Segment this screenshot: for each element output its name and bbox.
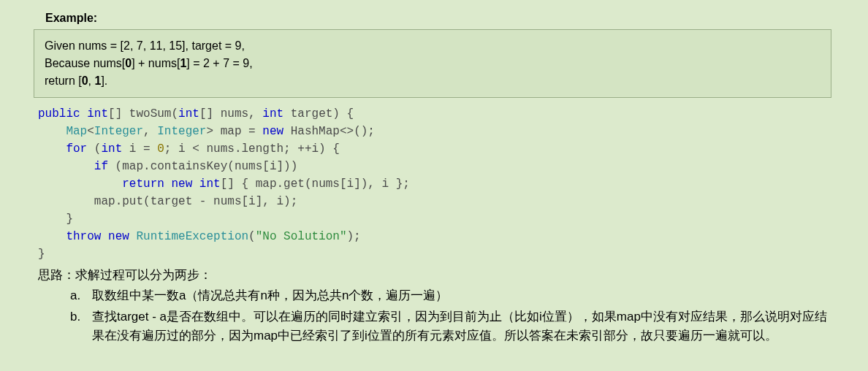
- code-block: public int[] twoSum(int[] nums, int targ…: [38, 105, 834, 263]
- explain-item-a: a. 取数组中某一数a（情况总共有n种，因为总共n个数，遍历一遍）: [70, 286, 834, 305]
- example-box: Given nums = [2, 7, 11, 15], target = 9,…: [34, 29, 831, 98]
- example-line-2: Because nums[0] + nums[1] = 2 + 7 = 9,: [45, 55, 821, 72]
- example-heading: Example:: [45, 12, 834, 25]
- explain-item-b: b. 查找target - a是否在数组中。可以在遍历的同时建立索引，因为到目前…: [70, 307, 834, 346]
- example-line-3: return [0, 1].: [45, 72, 821, 90]
- explanation: 思路：求解过程可以分为两步： a. 取数组中某一数a（情况总共有n种，因为总共n…: [38, 266, 834, 345]
- example-line-1: Given nums = [2, 7, 11, 15], target = 9,: [45, 37, 821, 55]
- explain-intro: 思路：求解过程可以分为两步：: [38, 266, 834, 285]
